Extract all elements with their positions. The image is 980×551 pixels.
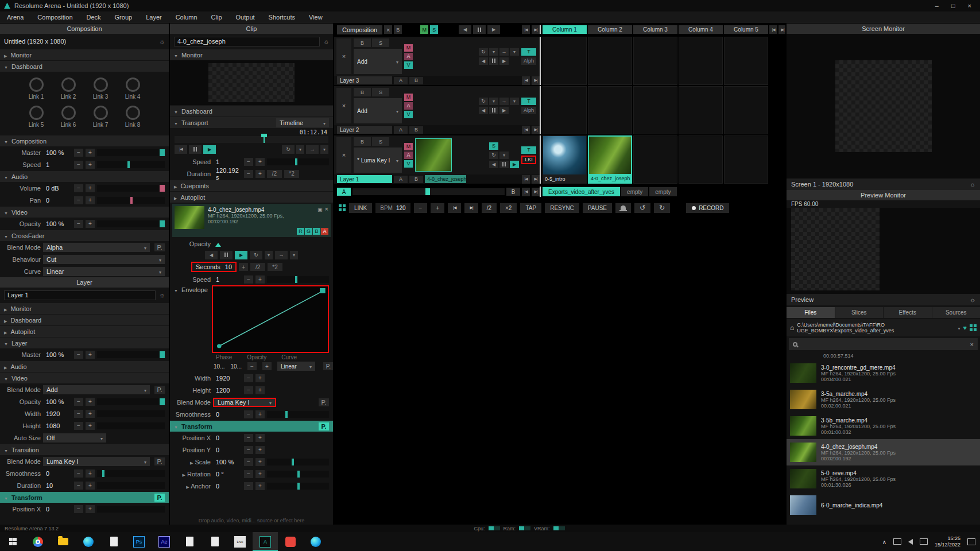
deck-tab-exports[interactable]: Exports_video_after_yves	[543, 187, 620, 196]
increment-button[interactable]: +	[86, 422, 95, 430]
file-row[interactable]: 3-0_rencontre_gd_mere.mp4 MF h264, 1920x…	[787, 360, 980, 386]
dashboard-link-3[interactable]: Link 3	[85, 77, 116, 100]
direction-dropdown[interactable]	[290, 251, 298, 259]
master-slider[interactable]	[97, 149, 165, 156]
dashboard-link-8[interactable]: Link 8	[117, 106, 148, 128]
layer-blend-dropdown[interactable]: * Luma Key I	[354, 148, 402, 173]
video-fader-button[interactable]: V	[404, 111, 413, 118]
previous-clip-button[interactable]	[522, 175, 530, 184]
crossfader-a-assign[interactable]: A	[394, 126, 408, 134]
search-input[interactable]	[801, 341, 967, 347]
clip-slot-empty[interactable]	[724, 86, 768, 134]
increment-button[interactable]: +	[255, 386, 265, 394]
loop-mode-button[interactable]	[282, 145, 295, 154]
taskbar-clock[interactable]: 15:25 15/12/2022	[935, 536, 960, 548]
clip-section-cuepoints[interactable]: Cuepoints	[170, 180, 333, 191]
pause-button[interactable]	[473, 25, 486, 34]
section-crossfader[interactable]: CrossFader	[0, 230, 169, 241]
duration-slider[interactable]	[97, 482, 165, 489]
tab-effects[interactable]: Effects	[884, 307, 932, 318]
speed-slider[interactable]	[97, 161, 165, 168]
clip-source-block[interactable]: 4-0_chez_joseph.mp4 MF h264, 1920x1200, …	[172, 204, 331, 237]
direction-dropdown[interactable]	[320, 145, 328, 154]
increment-button[interactable]: +	[255, 470, 265, 478]
smoothness-slider[interactable]	[97, 470, 165, 477]
playhead[interactable]	[264, 134, 265, 143]
gear-icon[interactable]	[970, 181, 975, 188]
clip-slot-empty[interactable]	[588, 86, 632, 134]
layer-section-transition[interactable]: Transition	[0, 444, 169, 455]
increment-button[interactable]: +	[86, 196, 95, 204]
solo-button[interactable]: S	[372, 38, 389, 47]
clip-name-input[interactable]: 4-0_chez_joseph	[174, 37, 320, 46]
clip-slot-empty[interactable]	[588, 37, 632, 85]
deck-tab-empty-2[interactable]: empty	[649, 187, 676, 196]
clip-blend-dropdown[interactable]: Luma Key I	[213, 398, 276, 407]
increment-button[interactable]: +	[86, 505, 95, 513]
behaviour-dropdown[interactable]: Cut	[43, 255, 165, 264]
video-fader-button[interactable]: V	[404, 61, 413, 69]
layer-1-label[interactable]: Layer 1	[337, 175, 392, 183]
column-5-header[interactable]: Column 5	[724, 25, 768, 34]
rotation-slider[interactable]	[267, 471, 329, 478]
taskbar-document[interactable]	[101, 532, 126, 551]
clip-section-transport[interactable]: Transport Timeline	[170, 117, 333, 128]
next-deck-button[interactable]	[532, 188, 540, 196]
pan-slider[interactable]	[97, 197, 165, 204]
positionx-slider[interactable]	[97, 506, 165, 513]
decrement-button[interactable]: −	[244, 470, 253, 478]
clip-speed2-slider[interactable]	[267, 276, 329, 283]
decrement-button[interactable]: −	[74, 422, 83, 430]
clip-smoothness-slider[interactable]	[267, 411, 329, 418]
increment-button[interactable]: +	[262, 362, 272, 370]
solo-button[interactable]: S	[372, 137, 389, 146]
envelope-label[interactable]: Envelope	[174, 285, 210, 293]
double-button[interactable]: *2	[268, 263, 282, 271]
previous-deck-button[interactable]	[522, 188, 530, 196]
decrement-button[interactable]: −	[244, 386, 253, 394]
loop-mode-dropdown[interactable]	[499, 152, 509, 159]
decrement-button[interactable]: −	[74, 196, 83, 204]
decrement-button[interactable]: −	[74, 469, 83, 478]
loop-mode-button[interactable]	[250, 251, 262, 259]
file-row[interactable]: 3-5b_marche.mp4 MF h264, 1920x1200, 25.0…	[787, 413, 980, 439]
decrement-button[interactable]: −	[244, 170, 253, 178]
clip-timeline[interactable]	[175, 136, 328, 143]
clear-layer-button[interactable]	[336, 38, 351, 74]
pause-tempo-button[interactable]: PAUSE	[583, 203, 612, 213]
audio-fader-button[interactable]: A	[404, 53, 413, 60]
menu-item-column[interactable]: Column	[176, 14, 197, 21]
clip-speed-slider[interactable]	[267, 158, 329, 165]
phase-value[interactable]: 10...	[214, 363, 224, 370]
display-tray-icon[interactable]	[893, 538, 901, 545]
clear-layer-button[interactable]	[336, 88, 351, 123]
dashboard-link-6[interactable]: Link 6	[53, 106, 84, 128]
solo-button[interactable]: S	[489, 142, 498, 150]
dashboard-link-1[interactable]: Link 1	[21, 77, 52, 100]
menu-item-composition[interactable]: Composition	[37, 14, 72, 21]
section-composition[interactable]: Composition	[0, 135, 169, 146]
layer-width-slider[interactable]	[97, 410, 165, 417]
direction-button[interactable]	[499, 48, 509, 56]
clear-search-icon[interactable]	[970, 341, 974, 348]
curve-type-dropdown[interactable]: Linear	[277, 362, 315, 371]
knob-icon[interactable]	[61, 106, 76, 120]
dashboard-link-5[interactable]: Link 5	[21, 106, 52, 128]
decrement-button[interactable]: −	[74, 398, 83, 406]
speaker-tray-icon[interactable]	[908, 539, 913, 545]
knob-icon[interactable]	[126, 106, 140, 120]
taskbar-document-3[interactable]	[202, 532, 227, 551]
params-button[interactable]: P.	[154, 386, 165, 394]
increment-button[interactable]: +	[255, 170, 265, 178]
resync-button[interactable]: RESYNC	[545, 203, 579, 213]
beat-snap-value[interactable]: 10	[225, 263, 232, 270]
increment-button[interactable]: +	[255, 458, 265, 466]
play-button[interactable]	[499, 57, 509, 65]
opacity-envelope-mini[interactable]	[213, 241, 329, 247]
previous-column-button[interactable]	[769, 25, 777, 34]
layer-opacity-slider[interactable]	[97, 398, 165, 405]
taskbar-ableton-live[interactable]: Live	[227, 532, 253, 551]
layer-height-slider[interactable]	[97, 422, 165, 429]
section-monitor[interactable]: Monitor	[0, 49, 169, 60]
grid-view-icon[interactable]	[339, 204, 346, 211]
